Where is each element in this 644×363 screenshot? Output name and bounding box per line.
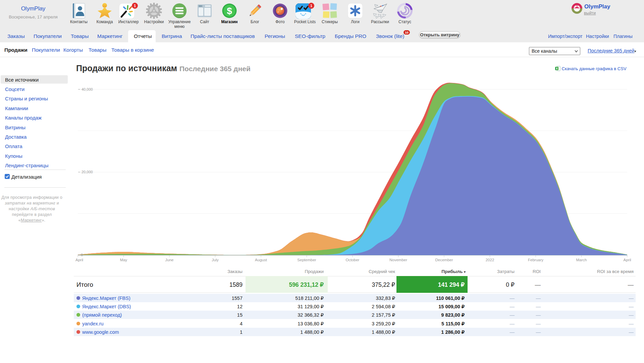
svg-text:2022: 2022 (486, 258, 494, 262)
svg-text:October: October (346, 258, 360, 262)
svg-text:$: $ (227, 6, 232, 16)
svg-text:August: August (255, 258, 267, 262)
svg-text:December: December (435, 258, 453, 262)
svg-text:June: June (165, 258, 174, 262)
svg-text:September: September (297, 258, 316, 262)
svg-text:20,000: 20,000 (82, 170, 93, 174)
svg-text:May: May (120, 258, 127, 262)
svg-text:1: 1 (134, 4, 136, 8)
svg-text:1: 1 (310, 4, 312, 8)
svg-text:November: November (389, 258, 407, 262)
svg-text:0: 0 (81, 253, 83, 257)
svg-text:February: February (528, 258, 543, 262)
svg-text:April: April (623, 258, 631, 262)
svg-text:40,000: 40,000 (82, 87, 93, 91)
svg-text:April: April (75, 258, 83, 262)
svg-text:X: X (556, 67, 558, 70)
svg-text:July: July (212, 258, 219, 262)
svg-text:March: March (576, 258, 587, 262)
